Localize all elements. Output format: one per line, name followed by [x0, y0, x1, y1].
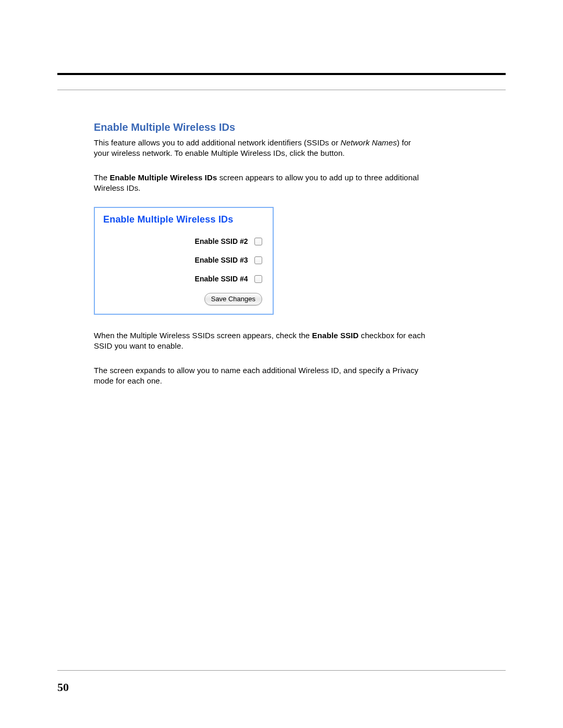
page-number: 50 [57, 681, 69, 694]
screen-description-paragraph: The Enable Multiple Wireless IDs screen … [94, 172, 427, 194]
text: The [94, 173, 109, 182]
screen-name-bold: Enable Multiple Wireless IDs [109, 173, 217, 182]
checkbox-instruction-paragraph: When the Multiple Wireless SSIDs screen … [94, 330, 427, 352]
thin-top-rule [57, 90, 506, 90]
enable-multiple-wireless-ids-panel: Enable Multiple Wireless IDs Enable SSID… [94, 207, 274, 315]
panel-title: Enable Multiple Wireless IDs [103, 214, 264, 225]
ssid4-checkbox[interactable] [254, 275, 262, 283]
text: When the Multiple Wireless SSIDs screen … [94, 331, 312, 340]
text: This feature allows you to add additiona… [94, 138, 340, 147]
document-page: Enable Multiple Wireless IDs This featur… [0, 0, 563, 728]
ssid3-row: Enable SSID #3 [103, 255, 264, 265]
panel-button-row: Save Changes [103, 293, 264, 305]
save-changes-button[interactable]: Save Changes [204, 293, 262, 305]
ssid3-label: Enable SSID #3 [195, 256, 248, 264]
ssid3-checkbox[interactable] [254, 256, 262, 264]
ssid2-label: Enable SSID #2 [195, 237, 248, 245]
ssid2-row: Enable SSID #2 [103, 237, 264, 246]
enable-ssid-bold: Enable SSID [312, 331, 359, 340]
ssid2-checkbox[interactable] [254, 238, 262, 245]
thick-top-rule [57, 73, 506, 75]
network-names-italic: Network Names [340, 138, 397, 147]
intro-paragraph: This feature allows you to add additiona… [94, 138, 427, 159]
content-column: Enable Multiple Wireless IDs This featur… [94, 121, 427, 386]
ssid4-row: Enable SSID #4 [103, 274, 264, 283]
ssid4-label: Enable SSID #4 [195, 275, 248, 283]
expand-paragraph: The screen expands to allow you to name … [94, 365, 427, 387]
thin-bottom-rule [57, 670, 506, 671]
section-heading: Enable Multiple Wireless IDs [94, 121, 427, 133]
